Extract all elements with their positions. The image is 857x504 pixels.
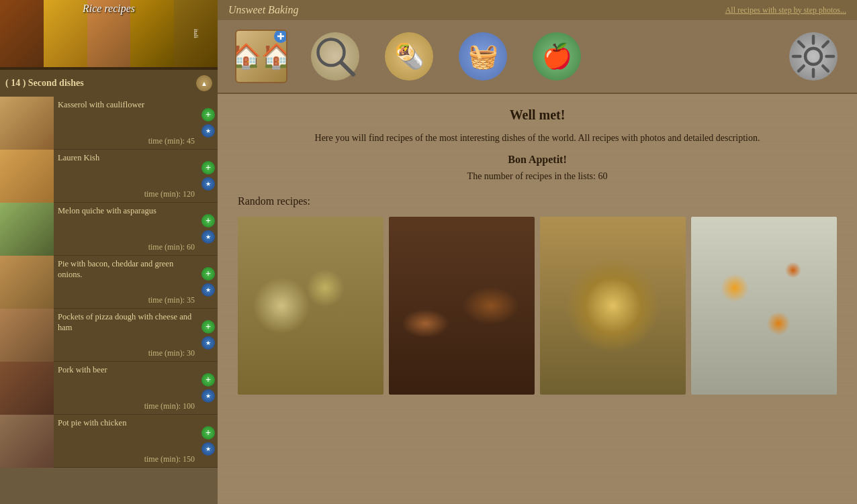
add-button[interactable]: + [201, 108, 215, 121]
favorite-button[interactable]: ★ [201, 389, 215, 403]
list-item[interactable]: Lauren Kish time (min): 120 + ★ [0, 150, 218, 203]
recipe-actions: + ★ [199, 309, 218, 361]
nav-basket-button[interactable]: 🧺 [453, 26, 513, 87]
nav-bar: 🏠 🌯 🧺 [218, 20, 857, 94]
recipe-info: Pockets of pizza dough with cheese and h… [54, 309, 199, 361]
add-button[interactable]: + [201, 426, 215, 440]
recipe-info: Pie with bacon, cheddar and green onions… [54, 256, 199, 308]
top-link[interactable]: All recipes with step by step photos... [725, 5, 846, 15]
recipe-thumbnail [0, 150, 54, 203]
sidebar-banner: Rice recipes itali [0, 0, 218, 67]
scroll-up-button[interactable] [196, 75, 212, 91]
home-badge [274, 30, 287, 43]
main-content: Unsweet Baking All recipes with step by … [218, 0, 857, 504]
description-text: Here you will find recipes of the most i… [238, 131, 837, 146]
banner-title: Rice recipes [0, 3, 218, 15]
recipe-thumbnail [0, 309, 54, 362]
section-header: ( 14 ) Second dishes [0, 70, 218, 97]
svg-line-11 [823, 42, 828, 47]
recipe-actions: + ★ [199, 362, 218, 414]
welcome-section: Well met! Here you will find recipes of … [238, 107, 837, 182]
recipe-thumbnail [0, 362, 54, 415]
add-button[interactable]: + [201, 373, 215, 387]
nav-home-button[interactable]: 🏠 [231, 26, 291, 87]
welcome-heading: Well met! [238, 107, 837, 123]
bon-appetit-text: Bon Appetit! [238, 154, 837, 166]
add-button[interactable]: + [201, 267, 215, 281]
recipe-actions: + ★ [199, 150, 218, 202]
recipe-thumbnail [0, 256, 54, 309]
favorite-button[interactable]: ★ [201, 230, 215, 244]
recipe-actions: + ★ [199, 415, 218, 467]
recipe-thumbnail [0, 415, 54, 468]
nav-settings-button[interactable] [783, 26, 844, 87]
favorite-button[interactable]: ★ [201, 442, 215, 456]
recipe-list: Kasserol with cauliflower time (min): 45… [0, 97, 218, 504]
favorite-button[interactable]: ★ [201, 124, 215, 138]
add-button[interactable]: + [201, 320, 215, 334]
recipe-thumbnail [0, 97, 54, 150]
calculator-icon: 🍎 [533, 32, 581, 81]
random-recipe-3[interactable] [540, 217, 686, 395]
random-recipe-4[interactable] [691, 217, 837, 395]
list-item[interactable]: Kasserol with cauliflower time (min): 45… [0, 97, 218, 150]
random-recipe-2[interactable] [389, 217, 535, 395]
add-button[interactable]: + [201, 161, 215, 174]
recipe-info: Pot pie with chicken time (min): 150 [54, 415, 199, 467]
recipe-info: Pork with beer time (min): 100 [54, 362, 199, 414]
recipe-name: Kasserol with cauliflower [58, 99, 195, 110]
favorite-button[interactable]: ★ [201, 177, 215, 191]
recipe-name: Pockets of pizza dough with cheese and h… [58, 311, 195, 334]
top-bar: Unsweet Baking All recipes with step by … [218, 0, 857, 20]
recipe-time: time (min): 30 [58, 348, 195, 358]
recipe-time: time (min): 45 [58, 136, 195, 146]
recipe-name: Pie with bacon, cheddar and green onions… [58, 258, 195, 281]
content-area: Well met! Here you will find recipes of … [218, 94, 857, 504]
section-label: ( 14 ) Second dishes [5, 78, 84, 89]
list-item[interactable]: Pot pie with chicken time (min): 150 + ★ [0, 415, 218, 468]
recipe-thumbnail [0, 203, 54, 256]
list-item[interactable]: Melon quiche with asparagus time (min): … [0, 203, 218, 256]
random-recipes-grid [238, 217, 837, 395]
recipe-actions: + ★ [199, 203, 218, 255]
recipe-name: Melon quiche with asparagus [58, 205, 195, 216]
list-item[interactable]: Pork with beer time (min): 100 + ★ [0, 362, 218, 415]
add-button[interactable]: + [201, 214, 215, 228]
basket-icon: 🧺 [459, 32, 507, 81]
nav-diet-button[interactable]: 🌯 [379, 26, 439, 87]
random-section-title: Random recipes: [238, 195, 837, 207]
recipe-time: time (min): 60 [58, 242, 195, 252]
recipe-time: time (min): 120 [58, 189, 195, 199]
random-recipe-1[interactable] [238, 217, 384, 395]
recipe-actions: + ★ [199, 97, 218, 149]
recipe-name: Lauren Kish [58, 152, 195, 163]
svg-line-9 [823, 66, 828, 71]
diet-icon: 🌯 [385, 32, 433, 81]
svg-line-2 [341, 62, 353, 74]
search-icon [311, 32, 359, 81]
svg-line-8 [799, 42, 804, 47]
app-title: Unsweet Baking [228, 4, 298, 16]
sidebar: Rice recipes itali ( 14 ) Second dishes … [0, 0, 218, 504]
recipe-actions: + ★ [199, 256, 218, 308]
recipe-count-text: The number of recipes in the lists: 60 [238, 171, 837, 182]
recipe-name: Pot pie with chicken [58, 417, 195, 428]
recipe-time: time (min): 100 [58, 401, 195, 411]
recipe-info: Kasserol with cauliflower time (min): 45 [54, 97, 199, 149]
recipe-name: Pork with beer [58, 364, 195, 375]
list-item[interactable]: Pie with bacon, cheddar and green onions… [0, 256, 218, 309]
favorite-button[interactable]: ★ [201, 283, 215, 297]
nav-calculator-button[interactable]: 🍎 [527, 26, 587, 87]
recipe-time: time (min): 150 [58, 454, 195, 464]
nav-search-button[interactable] [305, 26, 365, 87]
list-item[interactable]: Pockets of pizza dough with cheese and h… [0, 309, 218, 362]
svg-point-3 [805, 48, 821, 64]
recipe-time: time (min): 35 [58, 295, 195, 305]
settings-icon [789, 32, 838, 81]
svg-line-10 [799, 66, 804, 71]
favorite-button[interactable]: ★ [201, 336, 215, 350]
recipe-info: Melon quiche with asparagus time (min): … [54, 203, 199, 255]
recipe-info: Lauren Kish time (min): 120 [54, 150, 199, 202]
